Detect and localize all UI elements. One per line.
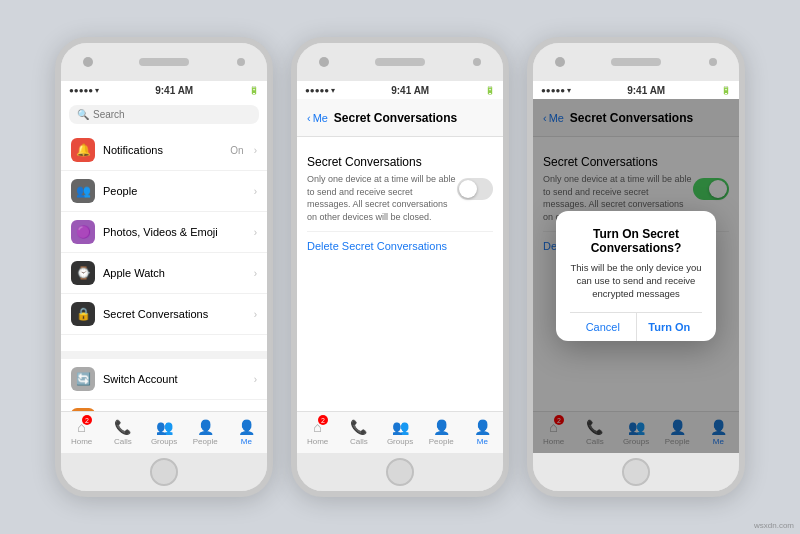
list-item[interactable]: 🔄 Switch Account › (61, 359, 267, 400)
home-tab-icon: ⌂ 2 (313, 419, 321, 435)
phone-top-1 (61, 43, 267, 81)
people-tab-label: People (193, 437, 218, 446)
status-time: 9:41 AM (155, 85, 193, 96)
tab-groups[interactable]: 👥 Groups (143, 412, 184, 453)
front-camera-icon (555, 57, 565, 67)
secret-icon: 🔒 (71, 302, 95, 326)
groups-tab-label: Groups (387, 437, 413, 446)
dialog-title: Turn On Secret Conversations? (570, 227, 702, 255)
calls-tab-icon: 📞 (350, 419, 367, 435)
section-divider (61, 351, 267, 359)
tab-me[interactable]: 👤 Me (226, 412, 267, 453)
people-label: People (103, 185, 246, 197)
list-item[interactable]: 🔔 Notifications On › (61, 130, 267, 171)
back-chevron-icon: ‹ (307, 112, 311, 124)
sc-label: Secret Conversations (307, 155, 457, 169)
tab-home[interactable]: ⌂ 2 Home (61, 412, 102, 453)
tab-people[interactable]: 👤 People (421, 412, 462, 453)
people-tab-icon: 👤 (433, 419, 450, 435)
chevron-icon: › (254, 268, 257, 279)
signal-indicator: ●●●●● ▾ (69, 86, 99, 95)
home-button-1[interactable] (150, 458, 178, 486)
list-item[interactable]: 🟣 Photos, Videos & Emoji › (61, 212, 267, 253)
settings-list: 🔔 Notifications On › 👥 People › 🟣 Photos… (61, 130, 267, 411)
tab-bar-1: ⌂ 2 Home 📞 Calls 👥 Groups 👤 People 👤 Me (61, 411, 267, 453)
list-item[interactable]: ⚠ Report a Problem › (61, 400, 267, 411)
secret-conversations-row: Secret Conversations Only one device at … (307, 147, 493, 232)
settings-section-2: 🔄 Switch Account › ⚠ Report a Problem › … (61, 359, 267, 411)
back-label: Me (313, 112, 328, 124)
tab-home[interactable]: ⌂ 2 Home (297, 412, 338, 453)
speaker (611, 58, 661, 66)
groups-tab-icon: 👥 (156, 419, 173, 435)
battery-indicator: 🔋 (485, 86, 495, 95)
screen-2: ‹ Me Secret Conversations Secret Convers… (297, 99, 503, 453)
tab-groups[interactable]: 👥 Groups (379, 412, 420, 453)
people-tab-icon: 👤 (197, 419, 214, 435)
status-bar-2: ●●●●● ▾ 9:41 AM 🔋 (297, 81, 503, 99)
home-badge: 2 (318, 415, 328, 425)
chevron-icon: › (254, 145, 257, 156)
switch-account-icon: 🔄 (71, 367, 95, 391)
photos-icon: 🟣 (71, 220, 95, 244)
search-input[interactable] (93, 109, 251, 120)
chevron-icon: › (254, 309, 257, 320)
back-button[interactable]: ‹ Me (307, 112, 328, 124)
sensor-icon (237, 58, 245, 66)
me-tab-label: Me (241, 437, 252, 446)
notifications-icon: 🔔 (71, 138, 95, 162)
front-camera-icon (319, 57, 329, 67)
settings-section-1: 🔔 Notifications On › 👥 People › 🟣 Photos… (61, 130, 267, 335)
phone-3: ●●●●● ▾ 9:41 AM 🔋 ‹ Me Secret Conversati… (527, 37, 745, 497)
calls-tab-label: Calls (114, 437, 132, 446)
delete-secret-conversations-button[interactable]: Delete Secret Conversations (307, 232, 493, 260)
sensor-icon (473, 58, 481, 66)
tab-bar-2: ⌂ 2 Home 📞 Calls 👥 Groups 👤 People 👤 Me (297, 411, 503, 453)
secret-toggle[interactable] (457, 178, 493, 200)
home-button-2[interactable] (386, 458, 414, 486)
sensor-icon (709, 58, 717, 66)
me-tab-label: Me (477, 437, 488, 446)
home-badge: 2 (82, 415, 92, 425)
calls-tab-label: Calls (350, 437, 368, 446)
signal-indicator: ●●●●● ▾ (305, 86, 335, 95)
chevron-icon: › (254, 227, 257, 238)
tab-people[interactable]: 👤 People (185, 412, 226, 453)
toggle-knob (459, 180, 477, 198)
search-icon: 🔍 (77, 109, 89, 120)
people-tab-label: People (429, 437, 454, 446)
tab-me[interactable]: 👤 Me (462, 412, 503, 453)
notifications-value: On (230, 145, 243, 156)
me-tab-icon: 👤 (474, 419, 491, 435)
dialog-buttons: Cancel Turn On (570, 312, 702, 341)
list-item[interactable]: 🔒 Secret Conversations › (61, 294, 267, 335)
status-time: 9:41 AM (627, 85, 665, 96)
battery-indicator: 🔋 (721, 86, 731, 95)
list-item[interactable]: 👥 People › (61, 171, 267, 212)
watermark: wsxdn.com (754, 521, 794, 530)
phone-1: ●●●●● ▾ 9:41 AM 🔋 🔍 🔔 Notifications On ›… (55, 37, 273, 497)
dialog-confirm-button[interactable]: Turn On (637, 313, 703, 341)
people-icon: 👥 (71, 179, 95, 203)
dialog-cancel-button[interactable]: Cancel (570, 313, 637, 341)
dialog-overlay: Turn On Secret Conversations? This will … (533, 99, 739, 453)
applewatch-label: Apple Watch (103, 267, 246, 279)
groups-tab-icon: 👥 (392, 419, 409, 435)
phone-top-3 (533, 43, 739, 81)
calls-tab-icon: 📞 (114, 419, 131, 435)
phone-2: ●●●●● ▾ 9:41 AM 🔋 ‹ Me Secret Conversati… (291, 37, 509, 497)
search-bar[interactable]: 🔍 (69, 105, 259, 124)
applewatch-icon: ⌚ (71, 261, 95, 285)
signal-indicator: ●●●●● ▾ (541, 86, 571, 95)
home-tab-label: Home (71, 437, 92, 446)
notifications-label: Notifications (103, 144, 222, 156)
home-button-3[interactable] (622, 458, 650, 486)
screen-3: ‹ Me Secret Conversations Secret Convers… (533, 99, 739, 453)
status-bar-3: ●●●●● ▾ 9:41 AM 🔋 (533, 81, 739, 99)
list-item[interactable]: ⌚ Apple Watch › (61, 253, 267, 294)
me-tab-icon: 👤 (238, 419, 255, 435)
nav-bar-2: ‹ Me Secret Conversations (297, 99, 503, 137)
tab-calls[interactable]: 📞 Calls (102, 412, 143, 453)
phone-bottom-1 (61, 453, 267, 491)
tab-calls[interactable]: 📞 Calls (338, 412, 379, 453)
